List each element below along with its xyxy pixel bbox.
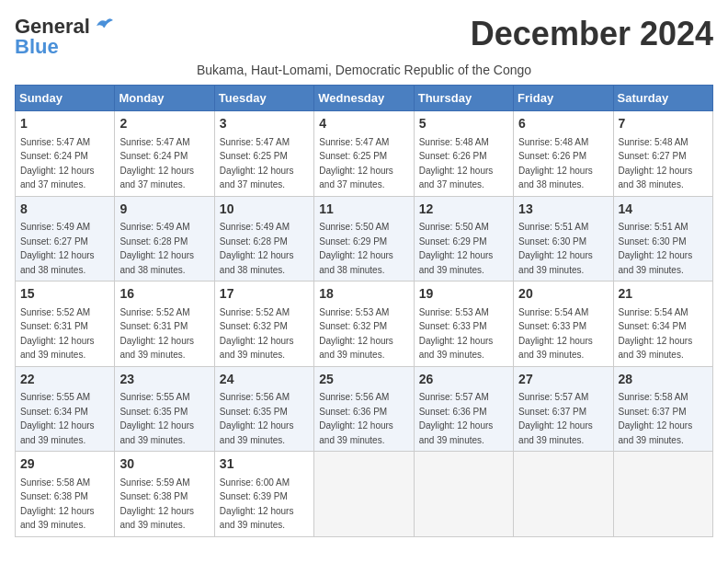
day-cell: 9 Sunrise: 5:49 AMSunset: 6:28 PMDayligh… [115, 196, 214, 282]
day-number: 4 [319, 115, 408, 133]
day-number: 21 [619, 285, 708, 304]
day-number: 25 [319, 371, 408, 389]
day-number: 9 [119, 201, 209, 219]
day-number: 30 [119, 455, 209, 474]
day-number: 27 [518, 371, 608, 389]
day-cell: 13 Sunrise: 5:51 AMSunset: 6:30 PMDaylig… [514, 196, 613, 282]
subtitle: Bukama, Haut-Lomami, Democratic Republic… [15, 63, 713, 77]
day-cell: 21 Sunrise: 5:54 AMSunset: 6:34 PMDaylig… [613, 282, 712, 367]
day-number: 15 [20, 285, 109, 304]
day-info: Sunrise: 5:49 AMSunset: 6:28 PMDaylight:… [220, 222, 294, 275]
day-number: 24 [220, 371, 309, 389]
header-wednesday: Wednesday [314, 86, 414, 111]
calendar-row: 15 Sunrise: 5:52 AMSunset: 6:31 PMDaylig… [16, 282, 713, 367]
day-cell: 14 Sunrise: 5:51 AMSunset: 6:30 PMDaylig… [613, 196, 712, 282]
day-number: 2 [119, 115, 209, 133]
header-monday: Monday [115, 86, 214, 111]
day-info: Sunrise: 5:48 AMSunset: 6:26 PMDaylight:… [518, 137, 593, 190]
day-cell: 29 Sunrise: 5:58 AMSunset: 6:38 PMDaylig… [16, 452, 115, 537]
logo-bird-icon [93, 17, 113, 33]
day-number: 7 [619, 115, 708, 133]
day-cell: 12 Sunrise: 5:50 AMSunset: 6:29 PMDaylig… [414, 196, 513, 282]
day-cell: 17 Sunrise: 5:52 AMSunset: 6:32 PMDaylig… [214, 282, 313, 367]
day-info: Sunrise: 5:48 AMSunset: 6:26 PMDaylight:… [419, 137, 494, 190]
day-info: Sunrise: 5:49 AMSunset: 6:27 PMDaylight:… [20, 222, 95, 275]
day-number: 6 [518, 115, 608, 133]
day-cell: 3 Sunrise: 5:47 AMSunset: 6:25 PMDayligh… [214, 111, 313, 197]
calendar-header-row: Sunday Monday Tuesday Wednesday Thursday… [16, 86, 713, 111]
day-info: Sunrise: 5:47 AMSunset: 6:24 PMDaylight:… [20, 137, 95, 190]
day-info: Sunrise: 5:51 AMSunset: 6:30 PMDaylight:… [619, 222, 693, 275]
month-title: December 2024 [471, 15, 713, 53]
day-info: Sunrise: 5:56 AMSunset: 6:35 PMDaylight:… [220, 392, 294, 445]
day-number: 22 [20, 371, 109, 389]
day-cell: 10 Sunrise: 5:49 AMSunset: 6:28 PMDaylig… [214, 196, 313, 282]
day-cell: 11 Sunrise: 5:50 AMSunset: 6:29 PMDaylig… [314, 196, 414, 282]
day-cell: 18 Sunrise: 5:53 AMSunset: 6:32 PMDaylig… [314, 282, 414, 367]
day-info: Sunrise: 5:56 AMSunset: 6:36 PMDaylight:… [319, 392, 393, 445]
day-info: Sunrise: 5:52 AMSunset: 6:31 PMDaylight:… [20, 307, 95, 361]
day-info: Sunrise: 5:52 AMSunset: 6:32 PMDaylight:… [220, 307, 294, 361]
day-number: 1 [20, 115, 109, 133]
header-sunday: Sunday [16, 86, 115, 111]
logo: General Blue [15, 15, 113, 59]
header-tuesday: Tuesday [214, 86, 313, 111]
day-cell: 2 Sunrise: 5:47 AMSunset: 6:24 PMDayligh… [115, 111, 214, 197]
calendar-row: 1 Sunrise: 5:47 AMSunset: 6:24 PMDayligh… [16, 111, 713, 197]
logo-blue: Blue [15, 35, 59, 59]
day-info: Sunrise: 5:48 AMSunset: 6:27 PMDaylight:… [619, 137, 693, 190]
day-cell: 15 Sunrise: 5:52 AMSunset: 6:31 PMDaylig… [16, 282, 115, 367]
day-number: 13 [518, 201, 608, 219]
header: General Blue December 2024 [15, 15, 713, 59]
day-info: Sunrise: 5:55 AMSunset: 6:34 PMDaylight:… [20, 392, 95, 445]
day-cell: 26 Sunrise: 5:57 AMSunset: 6:36 PMDaylig… [414, 366, 513, 452]
day-info: Sunrise: 5:47 AMSunset: 6:24 PMDaylight:… [119, 137, 194, 190]
day-cell: 1 Sunrise: 5:47 AMSunset: 6:24 PMDayligh… [16, 111, 115, 197]
day-cell: 19 Sunrise: 5:53 AMSunset: 6:33 PMDaylig… [414, 282, 513, 367]
calendar-table: Sunday Monday Tuesday Wednesday Thursday… [15, 85, 713, 537]
day-info: Sunrise: 5:50 AMSunset: 6:29 PMDaylight:… [419, 222, 494, 275]
day-number: 31 [220, 455, 309, 474]
day-number: 28 [619, 371, 708, 389]
day-cell: 27 Sunrise: 5:57 AMSunset: 6:37 PMDaylig… [514, 366, 613, 452]
day-number: 18 [319, 285, 408, 304]
day-info: Sunrise: 5:58 AMSunset: 6:38 PMDaylight:… [20, 477, 95, 531]
day-number: 3 [220, 115, 309, 133]
day-number: 14 [619, 201, 708, 219]
calendar-row: 22 Sunrise: 5:55 AMSunset: 6:34 PMDaylig… [16, 366, 713, 452]
day-number: 8 [20, 201, 109, 219]
empty-cell [414, 452, 513, 537]
day-number: 17 [220, 285, 309, 304]
day-cell: 5 Sunrise: 5:48 AMSunset: 6:26 PMDayligh… [414, 111, 513, 197]
day-info: Sunrise: 5:53 AMSunset: 6:32 PMDaylight:… [319, 307, 393, 361]
day-cell: 23 Sunrise: 5:55 AMSunset: 6:35 PMDaylig… [115, 366, 214, 452]
header-saturday: Saturday [613, 86, 712, 111]
empty-cell [613, 452, 712, 537]
day-info: Sunrise: 5:51 AMSunset: 6:30 PMDaylight:… [518, 222, 593, 275]
header-thursday: Thursday [414, 86, 513, 111]
day-number: 19 [419, 285, 508, 304]
day-cell: 20 Sunrise: 5:54 AMSunset: 6:33 PMDaylig… [514, 282, 613, 367]
day-number: 5 [419, 115, 508, 133]
day-cell: 8 Sunrise: 5:49 AMSunset: 6:27 PMDayligh… [16, 196, 115, 282]
day-info: Sunrise: 5:52 AMSunset: 6:31 PMDaylight:… [119, 307, 194, 361]
day-cell: 6 Sunrise: 5:48 AMSunset: 6:26 PMDayligh… [514, 111, 613, 197]
day-cell: 28 Sunrise: 5:58 AMSunset: 6:37 PMDaylig… [613, 366, 712, 452]
day-cell: 30 Sunrise: 5:59 AMSunset: 6:38 PMDaylig… [115, 452, 214, 537]
day-info: Sunrise: 5:49 AMSunset: 6:28 PMDaylight:… [119, 222, 194, 275]
calendar-row: 8 Sunrise: 5:49 AMSunset: 6:27 PMDayligh… [16, 196, 713, 282]
header-friday: Friday [514, 86, 613, 111]
day-info: Sunrise: 5:47 AMSunset: 6:25 PMDaylight:… [220, 137, 294, 190]
day-info: Sunrise: 5:50 AMSunset: 6:29 PMDaylight:… [319, 222, 393, 275]
day-number: 10 [220, 201, 309, 219]
day-number: 16 [119, 285, 209, 304]
day-number: 12 [419, 201, 508, 219]
day-info: Sunrise: 5:54 AMSunset: 6:34 PMDaylight:… [619, 307, 693, 361]
day-number: 29 [20, 455, 109, 474]
calendar-row: 29 Sunrise: 5:58 AMSunset: 6:38 PMDaylig… [16, 452, 713, 537]
day-info: Sunrise: 5:47 AMSunset: 6:25 PMDaylight:… [319, 137, 393, 190]
day-number: 26 [419, 371, 508, 389]
day-cell: 4 Sunrise: 5:47 AMSunset: 6:25 PMDayligh… [314, 111, 414, 197]
day-info: Sunrise: 5:53 AMSunset: 6:33 PMDaylight:… [419, 307, 494, 361]
day-info: Sunrise: 5:57 AMSunset: 6:37 PMDaylight:… [518, 392, 593, 445]
